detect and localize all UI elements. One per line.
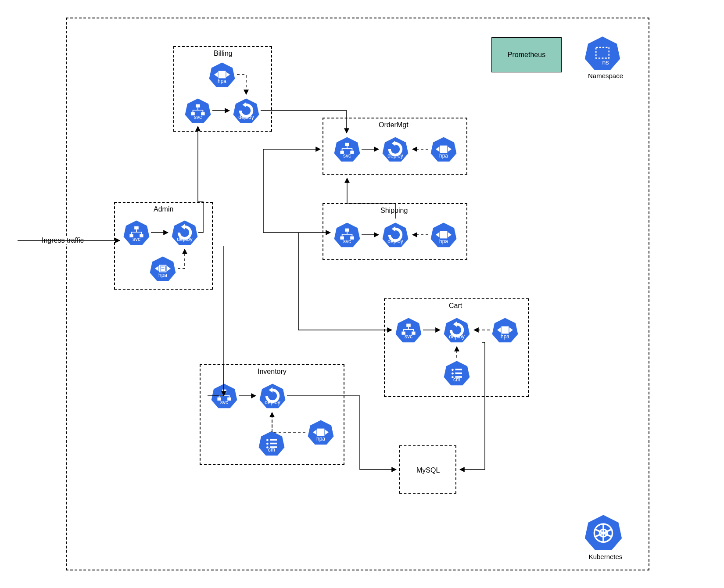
prometheus-label: Prometheus [508, 51, 545, 59]
ordermgt-svc: svc [333, 136, 361, 169]
svg-rect-60 [455, 369, 462, 370]
billing-title: Billing [214, 50, 233, 57]
svg-point-61 [452, 373, 454, 375]
svg-marker-55 [502, 326, 509, 334]
namespace-box [66, 18, 649, 570]
svg-rect-79 [270, 443, 277, 445]
admin-title: Admin [154, 205, 173, 213]
cart-hpa: hpa [491, 317, 519, 349]
admin-svc: svc [123, 219, 150, 252]
svg-point-78 [266, 443, 269, 445]
inventory-cm: cm [258, 430, 285, 463]
ordermgt-hpa: hpa [430, 136, 457, 169]
shipping-hpa: hpa [430, 222, 457, 254]
shipping-deploy: deploy [382, 222, 409, 254]
svg-rect-77 [270, 439, 277, 441]
billing-svc: svc [184, 97, 211, 130]
shipping-title: Shipping [380, 207, 408, 215]
namespace-legend: ns Namespace [584, 35, 627, 79]
svg-point-76 [266, 439, 269, 441]
cart-cm: cm [443, 360, 470, 392]
kubernetes-legend: Kubernetes [584, 513, 627, 560]
inventory-title: Inventory [258, 368, 287, 376]
billing-hpa: hpa [208, 61, 236, 94]
ingress-traffic-label: Ingress traffic [40, 237, 85, 244]
admin-hpa: hpa [149, 255, 176, 288]
cart-svc: svc [395, 317, 422, 349]
cart-deploy: deploy [443, 317, 470, 349]
prometheus-box: Prometheus [491, 37, 562, 72]
svg-marker-35 [440, 146, 448, 153]
ordermgt-title: OrderMgt [379, 121, 409, 129]
inventory-svc: svc [211, 383, 238, 415]
cart-title: Cart [449, 302, 462, 310]
admin-deploy: deploy [171, 219, 198, 252]
svg-point-59 [452, 369, 454, 371]
mysql-title: MySQL [416, 466, 440, 474]
shipping-svc: svc [333, 222, 361, 254]
svg-marker-45 [440, 231, 448, 239]
svg-rect-29 [345, 143, 349, 146]
svg-marker-19 [219, 71, 226, 79]
inventory-deploy: deploy [259, 383, 286, 415]
svg-rect-23 [196, 104, 200, 108]
svg-rect-62 [455, 373, 462, 374]
svg-rect-66 [222, 390, 226, 393]
billing-deploy: deploy [233, 97, 260, 130]
svg-rect-9 [134, 226, 139, 229]
ordermgt-deploy: deploy [382, 136, 409, 169]
svg-rect-39 [345, 229, 349, 232]
svg-rect-49 [406, 324, 411, 327]
svg-marker-72 [317, 429, 325, 436]
inventory-hpa: hpa [307, 419, 334, 452]
